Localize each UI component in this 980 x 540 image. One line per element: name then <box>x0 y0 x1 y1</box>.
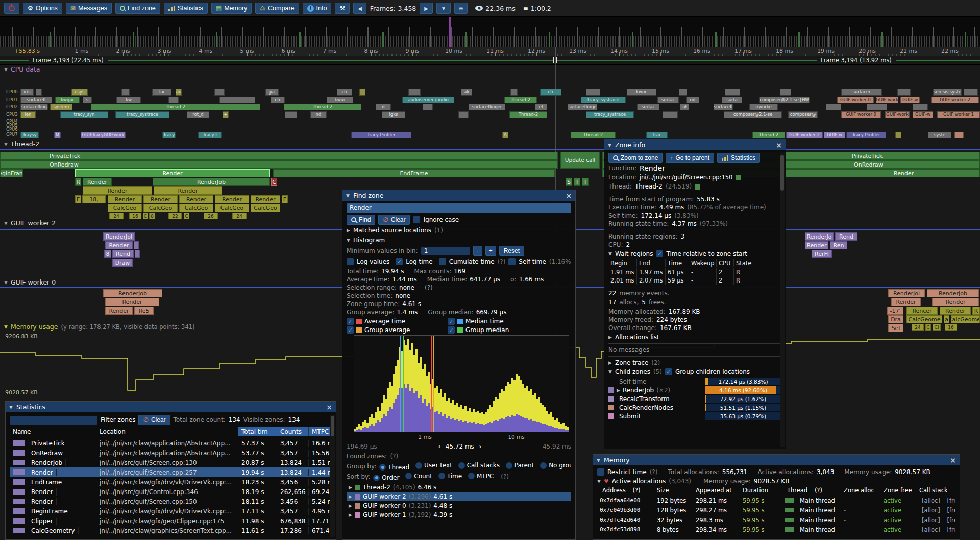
sort-by-radio[interactable] <box>373 475 380 481</box>
scrollbar[interactable] <box>330 415 335 537</box>
allocation-address[interactable]: 0x7dfc42d640 <box>597 516 654 523</box>
scrollbar[interactable] <box>780 153 785 447</box>
zone[interactable]: Render <box>105 241 133 249</box>
clear-filter-button[interactable]: ∅Clear <box>138 415 170 425</box>
zone[interactable]: F <box>282 195 288 203</box>
zone[interactable]: 16 <box>129 213 141 219</box>
allocation-row[interactable]: 0x7dfc53d898 8 bytes 298.34 ms 59.95 s M… <box>597 525 955 534</box>
allocation-row[interactable]: 0x7e049b3d00 128 bytes 298.27 ms 59.95 s… <box>597 505 955 515</box>
expand-icon[interactable]: ▶ <box>347 228 350 233</box>
legend-checkbox[interactable] <box>347 326 354 334</box>
zone[interactable]: Dra <box>888 315 903 323</box>
histogram-plot[interactable] <box>354 335 569 432</box>
go-to-parent-button[interactable]: ↑Go to parent <box>666 153 714 163</box>
expand-icon[interactable]: ▶ <box>349 503 352 508</box>
statistics-row[interactable]: Render jni/../jni/src/guif/Screen.cpp:15… <box>10 497 332 506</box>
zone[interactable]: Render <box>108 195 142 203</box>
zone[interactable]: RenderJob <box>927 289 979 297</box>
expand-icon[interactable]: ▶ <box>349 512 352 518</box>
expand-icon[interactable]: ▶ <box>608 335 612 340</box>
zoom-to-zone-button[interactable]: Zoom to zone <box>608 153 663 163</box>
zone[interactable]: Render <box>154 186 222 195</box>
zone[interactable]: R <box>972 307 980 315</box>
zone[interactable]: C <box>925 324 931 331</box>
zone[interactable]: S <box>566 178 572 186</box>
zone[interactable]: 24 <box>232 213 247 219</box>
collapse-icon[interactable]: ▼ <box>608 251 612 256</box>
option-checkbox[interactable] <box>439 258 446 265</box>
zone[interactable]: CalcGeo <box>179 204 213 212</box>
collapse-icon[interactable]: ▼ <box>347 238 350 243</box>
statistics-row[interactable]: OnRedraw jni/../jni/src/claw/application… <box>10 448 332 458</box>
find-zone-titlebar[interactable]: ▼ Find zone × <box>342 190 575 201</box>
zone[interactable]: RenderJol <box>103 232 135 241</box>
zone[interactable]: Re5 <box>134 307 154 315</box>
found-zone-group[interactable]: ▶ Thread-2 (4,105) 6.46 s <box>347 483 571 492</box>
zone[interactable] <box>135 250 140 258</box>
allocation-address[interactable]: 0x7dfc53d898 <box>597 526 654 533</box>
statistics-button[interactable]: Statistics <box>717 153 760 163</box>
zone[interactable]: -17' <box>887 307 903 315</box>
statistics-row[interactable]: Clipper jni/../jni/src/claw/gfx/geo/Clip… <box>10 516 332 526</box>
zone[interactable]: RenderJob <box>103 289 162 297</box>
sort-by-radio[interactable] <box>468 473 475 479</box>
child-zone-row[interactable]: Submit 35.63 μs (0.79%) <box>608 412 781 420</box>
zone[interactable]: 22 <box>168 213 182 219</box>
callstack-free-link[interactable]: [free] <box>944 526 955 533</box>
clear-button[interactable]: ∅Clear <box>378 215 410 225</box>
zone[interactable]: EndFrame <box>273 169 555 177</box>
close-icon[interactable]: × <box>776 142 782 148</box>
statistics-row[interactable]: PrivateTick jni/../jni/src/claw/applicat… <box>10 438 332 448</box>
zone[interactable]: Render <box>83 186 152 195</box>
zone[interactable]: Render <box>83 178 112 186</box>
zone-info-titlebar[interactable]: ▼ Zone info × <box>604 139 786 150</box>
minus-button[interactable]: - <box>473 246 482 256</box>
zone[interactable]: 8 <box>149 213 155 219</box>
wait-region-row[interactable]: 2.01 ms2.07 ms59 μs-2R <box>608 276 781 285</box>
zone[interactable]: CalcGeo <box>251 204 280 212</box>
zone[interactable]: CalcGeo <box>108 204 142 212</box>
zone[interactable]: C <box>184 213 189 219</box>
zone[interactable]: CalcGeome <box>906 315 942 323</box>
callstack-free-link[interactable]: [free] <box>944 507 955 514</box>
found-zone-group[interactable]: ▶ GUIF worker 2 (3,296) 4.61 s <box>347 492 571 501</box>
filter-input[interactable] <box>10 416 97 425</box>
legend-checkbox[interactable] <box>347 318 354 325</box>
zone[interactable]: RenderJol <box>888 289 925 297</box>
zone[interactable]: RenderJo <box>805 232 834 241</box>
sort-by-radio[interactable] <box>405 473 412 479</box>
zone[interactable]: Update call <box>560 152 600 169</box>
callstack-free-link[interactable]: [free] <box>944 516 955 524</box>
expand-icon[interactable]: ▶ <box>608 360 612 365</box>
zone[interactable]: PrivateTick <box>0 152 558 160</box>
collapse-icon[interactable]: ▼ <box>597 479 601 484</box>
zone[interactable]: 18, <box>82 195 106 203</box>
zone[interactable]: Render <box>179 195 213 203</box>
zone[interactable]: T <box>574 178 580 186</box>
zone[interactable]: C <box>143 213 148 219</box>
find-button[interactable]: Find <box>347 215 375 225</box>
zone[interactable]: Render <box>215 195 249 203</box>
zone[interactable]: 24 <box>109 213 124 219</box>
child-zone-row[interactable]: RecalcTransform 72.92 μs (1.62%) <box>608 394 781 403</box>
zone[interactable]: Rend <box>835 232 857 241</box>
legend-checkbox[interactable] <box>448 318 455 325</box>
column-header-name[interactable]: Name <box>10 427 96 436</box>
callstack-alloc-link[interactable]: [alloc] <box>919 516 943 524</box>
allocation-row[interactable]: 0x7dfc42d640 32 bytes 298.3 ms 59.95 s M… <box>597 515 955 525</box>
statistics-table-header[interactable]: Name Location Total tim Counts MTPC <box>10 427 332 436</box>
group-by-radio[interactable] <box>379 464 386 471</box>
statistics-titlebar[interactable]: ▼ Statistics × <box>6 402 336 412</box>
zone[interactable]: 24 <box>912 324 924 331</box>
expand-icon[interactable]: ▶ <box>349 494 352 499</box>
allocation-address[interactable]: 0x7dfaa64e00 <box>597 497 654 504</box>
zone[interactable]: CalcGeo <box>143 204 178 212</box>
statistics-row[interactable]: Render jni/../jni/src/guif/Control.cpp:3… <box>10 487 332 497</box>
close-icon[interactable]: × <box>566 193 572 199</box>
zone[interactable]: Draw <box>112 259 133 267</box>
group-by-radio[interactable] <box>540 462 547 469</box>
zone[interactable]: T <box>582 178 589 186</box>
child-zone-row[interactable]: ▶ RenderJob (×2) 4.16 ms (92.60%) <box>608 386 781 394</box>
zone[interactable]: 16 <box>945 324 957 331</box>
zone[interactable]: Render <box>932 298 979 306</box>
